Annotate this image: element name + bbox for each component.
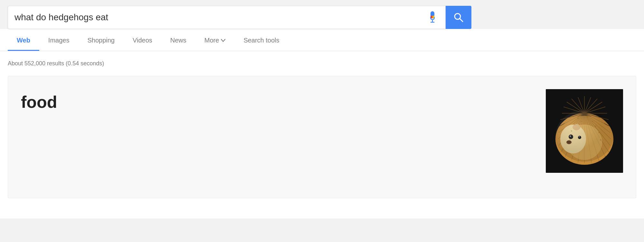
- result-card: food: [8, 76, 636, 198]
- mic-icon: [428, 11, 437, 23]
- search-button[interactable]: [446, 6, 471, 29]
- search-icon: [453, 12, 464, 23]
- tab-videos[interactable]: Videos: [124, 29, 161, 51]
- svg-line-6: [460, 19, 463, 22]
- microphone-button[interactable]: [426, 11, 439, 23]
- tab-web[interactable]: Web: [8, 29, 39, 51]
- results-count: About 552,000 results (0.54 seconds): [8, 59, 636, 67]
- tab-news[interactable]: News: [161, 29, 195, 51]
- hedgehog-image: [546, 89, 623, 173]
- tab-more[interactable]: More: [195, 29, 235, 51]
- svg-point-60: [555, 110, 613, 162]
- tab-shopping[interactable]: Shopping: [78, 29, 124, 51]
- search-header: what do hedgehogs eat: [0, 0, 644, 29]
- result-main-text: food: [21, 89, 57, 112]
- chevron-down-icon: [221, 39, 225, 42]
- nav-bar: Web Images Shopping Videos News More Sea…: [0, 29, 644, 51]
- hedgehog-svg: [546, 89, 623, 173]
- search-input[interactable]: what do hedgehogs eat: [14, 12, 426, 23]
- results-area: About 552,000 results (0.54 seconds) foo…: [0, 51, 644, 219]
- search-bar: what do hedgehogs eat: [8, 6, 446, 29]
- tab-images[interactable]: Images: [39, 29, 79, 51]
- tab-search-tools[interactable]: Search tools: [234, 29, 288, 51]
